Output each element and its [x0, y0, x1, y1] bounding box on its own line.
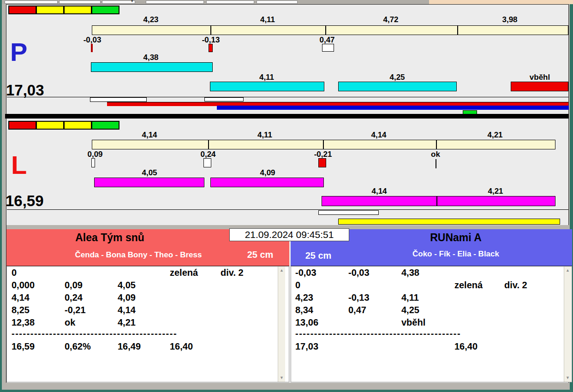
result-cell: 16,40	[454, 341, 478, 352]
result-row: 12,38 ok 4,21	[12, 317, 281, 330]
result-cell: div. 2	[221, 267, 244, 278]
scale-divider	[325, 26, 326, 35]
run-bar-divider	[436, 196, 437, 206]
marker-box-white-slim	[91, 158, 95, 167]
result-cell: 16,49	[118, 341, 141, 352]
result-cell: -0,21	[65, 305, 86, 315]
result-cell: 0,62%	[65, 341, 91, 352]
taskbar-segment[interactable]	[146, 0, 204, 4]
indicator-square-red	[8, 121, 36, 130]
result-cell: 12,38	[12, 317, 35, 328]
marker-label: 0,24	[200, 150, 215, 159]
p-scale-bar	[92, 25, 568, 35]
dropdown-caret-icon[interactable]: ▾	[131, 0, 133, 3]
marker-label: 0,09	[87, 150, 102, 159]
right-jump-height: 25 cm	[305, 250, 332, 261]
bottom-frame-strip	[2, 383, 570, 390]
result-row: 0 zelená div. 2	[295, 280, 565, 292]
marker-box-white	[203, 158, 211, 167]
result-cell: 4,23	[295, 292, 313, 303]
desktop-peach-area	[429, 0, 573, 4]
scale-divider	[210, 26, 211, 35]
result-cell: 13,06	[295, 317, 318, 328]
right-panel-scrollbar[interactable]: ▲ ▼	[564, 267, 571, 382]
scroll-down-icon[interactable]: ▼	[280, 376, 284, 380]
result-cell: -0,13	[348, 292, 370, 303]
scroll-down-icon[interactable]: ▼	[566, 376, 570, 380]
result-cell: 4,14	[118, 305, 136, 315]
window-border-bottom	[0, 390, 573, 392]
run-bar-label: 4,38	[143, 53, 158, 62]
run-bar-cyan	[338, 82, 457, 91]
result-cell: 0,09	[65, 280, 83, 291]
result-row: -0,03 -0,03 4,38	[295, 267, 565, 280]
run-bar-magenta	[94, 178, 204, 187]
separator-row: ----------------------------------------…	[12, 328, 281, 341]
result-cell: 16,40	[170, 341, 193, 352]
scale-segment-label: 3,98	[502, 15, 517, 24]
marker-tick-black	[436, 159, 436, 168]
l-scale-bar	[92, 140, 555, 149]
taskbar-segment[interactable]	[102, 0, 135, 4]
result-cell: 8,34	[295, 305, 313, 315]
taskbar-segment[interactable]	[5, 0, 58, 4]
result-cell: 17,03	[295, 341, 318, 352]
result-cell: 8,25	[12, 305, 30, 315]
taskbar-segment[interactable]	[206, 0, 254, 4]
right-team-name: RUNami A	[430, 232, 482, 244]
marker-label: -0,03	[84, 36, 101, 45]
result-cell: -0,03	[295, 267, 316, 278]
taskbar-segment[interactable]	[59, 0, 101, 4]
indicator-square-yellow	[36, 6, 64, 14]
run-bar-magenta	[322, 196, 555, 206]
run-bar-label: 4,09	[260, 168, 275, 178]
marker-label: 0,47	[319, 36, 334, 45]
left-panel-scrollbar[interactable]: ▲ ▼	[278, 267, 285, 382]
overlay-yellow-bar	[338, 219, 560, 225]
total-row: 17,03 16,40	[295, 341, 565, 354]
run-bar-label: 4,11	[259, 73, 274, 82]
marker-label: -0,21	[314, 150, 332, 159]
indicator-square-yellow	[64, 6, 92, 14]
scale-divider	[323, 140, 324, 149]
result-cell: div. 2	[504, 280, 527, 291]
run-bar-label: 4,05	[142, 168, 157, 178]
result-row: 13,06 vběhl	[295, 317, 565, 330]
result-cell: 16,59	[12, 341, 35, 352]
indicator-square-red	[8, 6, 36, 14]
scale-segment-label: 4,14	[142, 131, 157, 140]
scale-segment-label: 4,23	[143, 15, 158, 24]
result-cell: zelená	[454, 280, 483, 291]
overlay-white-bar	[90, 97, 147, 102]
left-team-members: Čenda - Bona Bony - Theo - Bress	[75, 250, 202, 260]
result-cell: ok	[65, 317, 75, 328]
run-bar-magenta	[210, 178, 324, 187]
run-bar-red-vbehl	[511, 82, 568, 91]
scale-divider	[457, 26, 458, 35]
indicator-square-yellow	[36, 121, 64, 130]
scale-segment-label: 4,11	[257, 131, 272, 140]
scroll-up-icon[interactable]: ▲	[566, 268, 570, 273]
result-cell: 0,24	[65, 292, 83, 303]
scroll-up-icon[interactable]: ▲	[280, 268, 284, 273]
result-cell: 0	[295, 280, 300, 291]
section-divider	[5, 114, 569, 119]
result-cell: vběhl	[401, 317, 425, 328]
result-row: 8,34 0,47 4,25	[295, 305, 565, 317]
marker-tick-red	[91, 44, 93, 52]
result-cell: 0	[12, 267, 17, 278]
l-total-time: 16,59	[6, 192, 44, 210]
result-cell: 4,14	[12, 292, 30, 303]
result-cell: zelená	[170, 267, 198, 278]
separator-row: ----------------------------------------…	[295, 328, 565, 341]
scale-divider	[208, 140, 209, 149]
result-cell: 4,05	[118, 280, 136, 291]
taskbar-segment[interactable]	[257, 0, 298, 4]
result-cell: 4,25	[401, 305, 419, 315]
result-cell: 4,38	[401, 267, 419, 278]
run-bar-cyan	[91, 62, 213, 72]
scale-segment-label: 4,21	[487, 131, 502, 140]
overlay-blue-bar	[217, 106, 569, 110]
result-row: 0,000 0,09 4,05	[12, 280, 281, 292]
l-letter: L	[11, 152, 27, 178]
